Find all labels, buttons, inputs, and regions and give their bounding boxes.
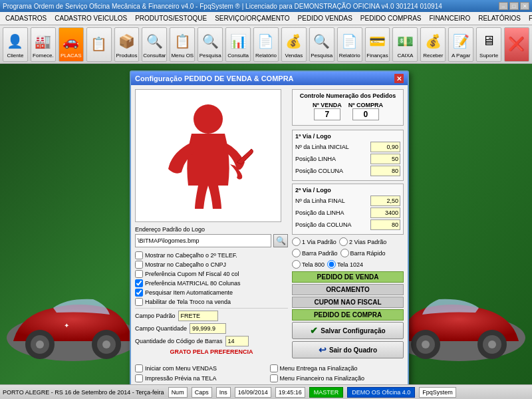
menu-cadastro-veiculos[interactable]: CADASTRO VEICULOS bbox=[51, 13, 131, 23]
menu-pedido-vendas[interactable]: PEDIDO VENDAS bbox=[294, 13, 356, 23]
right-checkboxes-area: Iniciar com Menu VENDAS Menu Entrega na … bbox=[131, 364, 408, 384]
toolbar-receber[interactable]: 💰 Receber bbox=[420, 27, 446, 62]
toolbar-vendas[interactable]: 💰 Vendas bbox=[281, 27, 307, 62]
numeracao-box: Controle Numeração dos Pedidos Nº VENDA … bbox=[292, 89, 404, 126]
toolbar-consultar[interactable]: 🔍 Consultar bbox=[142, 27, 167, 62]
toolbar-relatorio2[interactable]: 📄 Relatório bbox=[337, 27, 362, 62]
toolbar-consulta[interactable]: 📊 Consulta bbox=[225, 27, 251, 62]
toolbar-caixa[interactable]: 💵 CAIXA bbox=[392, 27, 418, 62]
radio-tela-1024-input[interactable] bbox=[327, 260, 336, 269]
placas-icon: 🚗 bbox=[61, 31, 82, 52]
radio-barra-rapido-input[interactable] bbox=[340, 249, 349, 257]
via2-posicao-linha-row: Posição da LINHA bbox=[295, 207, 400, 218]
radio-2vias-padrao-input[interactable] bbox=[339, 237, 348, 246]
toolbar-cliente[interactable]: 👤 Cliente bbox=[3, 27, 28, 62]
mechanic-figure bbox=[158, 99, 258, 212]
logo-panel: Endereço Padrão do Logo 🔍 Mostrar no Cab… bbox=[135, 89, 288, 360]
checkbox-troco-input[interactable] bbox=[135, 298, 143, 306]
dialog-close-button[interactable]: ✕ bbox=[394, 74, 404, 83]
toolbar-menu-os[interactable]: 📋 Menu OS bbox=[170, 27, 195, 62]
via1-posicao-coluna-row: Posição COLUNA bbox=[295, 166, 400, 176]
logo-path-label: Endereço Padrão do Logo bbox=[135, 226, 288, 233]
suporte-icon: 🖥 bbox=[478, 31, 499, 52]
status-demo: DEMO OS Oficina 4.0 bbox=[347, 387, 415, 398]
via2-linha-final-label: Nº da Linha FINAL bbox=[295, 198, 345, 204]
menu-produtos-estoque[interactable]: PRODUTOS/ESTOQUE bbox=[131, 13, 211, 23]
salvar-label: Salvar Configuração bbox=[321, 327, 385, 334]
toolbar: 👤 Cliente 🏭 Fornece. 🚗 PLACAS 📋 📦 Produt… bbox=[0, 25, 532, 64]
consulta-icon: 📊 bbox=[227, 31, 249, 52]
via1-linha-inicial-input[interactable] bbox=[370, 142, 400, 152]
salvar-button[interactable]: ✔ Salvar Configuração bbox=[292, 322, 404, 339]
toolbar-apagar[interactable]: 📝 A Pagar bbox=[448, 27, 473, 62]
menu-os-icon: 📋 bbox=[172, 31, 193, 52]
menu-servico-orcamento[interactable]: SERVIÇO/ORÇAMENTO bbox=[211, 13, 293, 23]
logo-display-area bbox=[135, 89, 281, 222]
via2-posicao-linha-input[interactable] bbox=[370, 207, 400, 218]
via1-linha-inicial-label: Nº da Linha INICIAL bbox=[295, 144, 349, 150]
browse-logo-button[interactable]: 🔍 bbox=[273, 234, 288, 247]
menu-relatorios[interactable]: RELATÓRIOS bbox=[474, 13, 525, 23]
via1-posicao-coluna-input[interactable] bbox=[370, 166, 400, 176]
checkbox-previa-input[interactable] bbox=[135, 374, 143, 382]
via1-linha-inicial-row: Nº da Linha INICIAL bbox=[295, 142, 400, 152]
toolbar-suporte[interactable]: 🖥 Suporte bbox=[476, 27, 501, 62]
toolbar-financas[interactable]: 💳 Finanças bbox=[365, 27, 390, 62]
sair-button[interactable]: ↩ Sair do Quadro bbox=[292, 341, 404, 358]
radio-tela-800-input[interactable] bbox=[292, 260, 301, 269]
via1-posicao-linha-label: Posição LINHA bbox=[295, 156, 336, 162]
radio-1via-padrao-input[interactable] bbox=[292, 237, 301, 246]
title-text: Programa Ordem de Serviço Oficina Mecâni… bbox=[3, 3, 442, 10]
checkbox-matricial-input[interactable] bbox=[135, 279, 143, 287]
checkbox-entrega-input[interactable] bbox=[270, 364, 278, 372]
campo-padrao-input[interactable] bbox=[178, 311, 218, 321]
two-col-checks: Iniciar com Menu VENDAS Menu Entrega na … bbox=[135, 364, 404, 384]
minimize-button[interactable]: – bbox=[499, 2, 508, 10]
nc-input[interactable] bbox=[352, 108, 379, 120]
toolbar-relatorio[interactable]: 📄 Relatório bbox=[253, 27, 279, 62]
via2-posicao-coluna-label: Posição da COLUNA bbox=[295, 221, 352, 228]
status-caps: Caps bbox=[192, 387, 212, 398]
checkbox-cnpj-input[interactable] bbox=[135, 261, 143, 269]
toolbar-produtos[interactable]: 📦 Produtos bbox=[114, 27, 140, 62]
toolbar-fornece[interactable]: 🏭 Fornece. bbox=[31, 27, 56, 62]
menu-pedido-compras[interactable]: PEDIDO COMPRAS bbox=[356, 13, 426, 23]
checkbox-entrega: Menu Entrega na Finalização bbox=[270, 364, 404, 372]
checkbox-pesquisar-input[interactable] bbox=[135, 289, 143, 297]
checkbox-cnpj: Mostrar no Cabeçalho o CNPJ bbox=[135, 261, 288, 269]
toolbar-exit[interactable]: ❌ bbox=[504, 27, 529, 62]
dialog-body: Endereço Padrão do Logo 🔍 Mostrar no Cab… bbox=[131, 85, 408, 364]
via2-linha-final-input[interactable] bbox=[370, 196, 400, 206]
radio-barra-rapido: Barra Rápido bbox=[340, 249, 386, 257]
background-area: ✦ Configuração PEDIDO DE VENDA & COMPRA bbox=[0, 64, 532, 384]
menu-cadastros[interactable]: CADASTROS bbox=[1, 13, 51, 23]
produtos-icon: 📦 bbox=[116, 31, 138, 52]
toolbar-pesquisa[interactable]: 🔍 Pesquisa bbox=[198, 27, 223, 62]
left-checkboxes: Mostrar no Cabeçalho o 2º TELEF. Mostrar… bbox=[135, 251, 288, 306]
status-master: MASTER bbox=[309, 387, 344, 398]
radio-barra-padrao-input[interactable] bbox=[292, 249, 301, 257]
maximize-button[interactable]: □ bbox=[509, 2, 519, 10]
logo-path-input[interactable] bbox=[135, 234, 271, 247]
close-button[interactable]: ✕ bbox=[520, 2, 529, 10]
toolbar-placas[interactable]: 🚗 PLACAS bbox=[59, 27, 84, 62]
checkbox-telefone-input[interactable] bbox=[135, 251, 143, 259]
toolbar-pesquisa2[interactable]: 🔍 Pesquisa bbox=[309, 27, 334, 62]
checkbox-cupom-input[interactable] bbox=[135, 270, 143, 278]
cliente-icon: 👤 bbox=[5, 31, 26, 52]
menu-ferramentas[interactable]: FERRAMENTAS bbox=[525, 13, 532, 23]
checkbox-financeiro-input[interactable] bbox=[270, 374, 278, 382]
toolbar-empty[interactable]: 📋 bbox=[86, 27, 112, 62]
vendas-icon: 💰 bbox=[283, 31, 305, 52]
nv-input[interactable] bbox=[314, 108, 340, 120]
caixa-icon: 💵 bbox=[394, 31, 416, 52]
via1-posicao-linha-input[interactable] bbox=[370, 154, 400, 164]
menu-financeiro[interactable]: FINANCEIRO bbox=[426, 13, 475, 23]
via2-posicao-coluna-input[interactable] bbox=[370, 219, 400, 230]
status-datetime: 16/09/2014 bbox=[235, 387, 271, 398]
qtd-barras-input[interactable] bbox=[225, 336, 249, 346]
receber-icon: 💰 bbox=[422, 31, 444, 52]
checkbox-menu-vendas-input[interactable] bbox=[135, 364, 143, 372]
checkbox-cupom: Preferência Cupom Nf Fiscal 40 col bbox=[135, 270, 288, 278]
campo-quantidade-input[interactable] bbox=[190, 323, 226, 334]
